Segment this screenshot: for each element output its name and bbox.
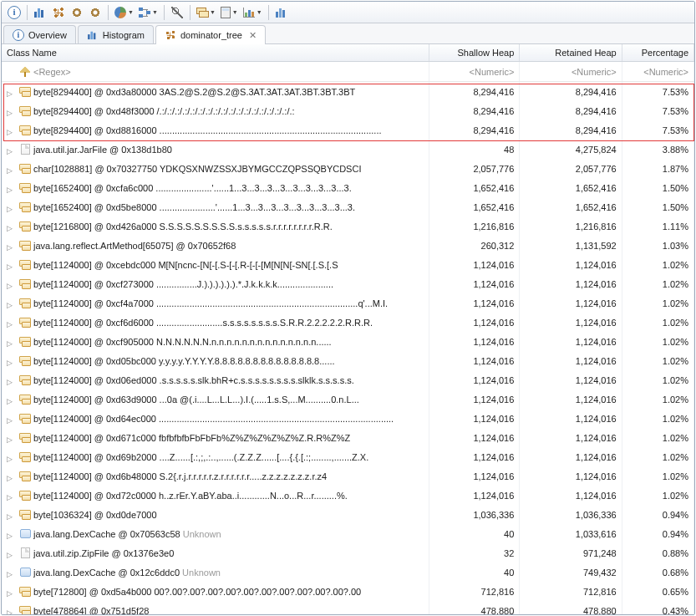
expand-icon[interactable]: [7, 415, 15, 423]
table-row[interactable]: byte[1124000] @ 0xd64ec000 .............…: [2, 409, 694, 428]
tree-button[interactable]: [49, 4, 68, 21]
pie-dropdown[interactable]: ▼: [112, 4, 136, 21]
tab-label: Histogram: [103, 30, 145, 40]
retained-cell: 1,124,016: [520, 370, 622, 389]
retained-cell: 2,057,776: [520, 159, 622, 178]
expand-icon[interactable]: [7, 165, 15, 173]
table-row[interactable]: java.lang.DexCache @ 0x12c6ddc0 Unknown4…: [2, 563, 694, 582]
expand-icon[interactable]: [7, 88, 15, 96]
expand-icon[interactable]: [7, 261, 15, 269]
table-row[interactable]: byte[1124000] @ 0xcf273000 .............…: [2, 274, 694, 293]
compare-button[interactable]: [272, 4, 291, 21]
filter-numeric[interactable]: <Numeric>: [429, 62, 520, 82]
expand-icon[interactable]: [7, 472, 15, 481]
table-row[interactable]: byte[1216800] @ 0xd426a000 S.S.S.S.S.S.S…: [2, 216, 694, 236]
expand-icon[interactable]: [7, 107, 15, 115]
table-row[interactable]: byte[1124000] @ 0xcebdc000 M[N[ncnc-[N[-…: [2, 255, 694, 274]
expand-icon[interactable]: [7, 318, 15, 327]
stack-dropdown[interactable]: ▼: [194, 4, 218, 21]
expand-icon[interactable]: [7, 184, 15, 192]
row-name-text: byte[1216800] @ 0xd426a000 S.S.S.S.S.S.S…: [33, 221, 424, 232]
expand-icon[interactable]: [7, 607, 15, 615]
expand-icon[interactable]: [7, 549, 15, 557]
expand-icon[interactable]: [7, 376, 15, 384]
arr-icon: [18, 163, 32, 175]
close-icon[interactable]: ✕: [249, 30, 257, 41]
expand-icon[interactable]: [7, 491, 15, 500]
arr-icon: [18, 509, 32, 521]
shallow-cell: 1,652,416: [429, 178, 520, 197]
thread-button[interactable]: [68, 4, 86, 21]
table-row[interactable]: byte[1124000] @ 0xd06ed000 .s.s.s.s.s.sl…: [2, 370, 694, 389]
expand-icon[interactable]: [7, 453, 15, 461]
table-row[interactable]: byte[1124000] @ 0xd6b48000 S.2{.r.j.r.r.…: [2, 466, 694, 486]
table-row[interactable]: char[1028881] @ 0x70327750 YDKQSXNWZSSXJ…: [2, 159, 694, 178]
expand-icon[interactable]: [7, 222, 15, 231]
expand-icon[interactable]: [7, 530, 15, 538]
expand-icon[interactable]: [7, 395, 15, 404]
retained-cell: 1,124,016: [520, 428, 622, 447]
tab-dominator-tree[interactable]: dominator_tree ✕: [155, 25, 266, 44]
table-row[interactable]: byte[1124000] @ 0xd69b2000 ....Z......[.…: [2, 447, 694, 466]
shallow-cell: 40: [429, 524, 520, 543]
table-row[interactable]: byte[8294400] @ 0xd48f3000 /.:/.:/.:/.:/…: [2, 101, 694, 120]
expand-icon[interactable]: [7, 568, 15, 577]
info-button[interactable]: i: [5, 4, 23, 21]
table-row[interactable]: byte[1124000] @ 0xd63d9000 ...0a @(.i...…: [2, 389, 694, 409]
retained-cell: 1,124,016: [520, 293, 622, 313]
table-row[interactable]: byte[1124000] @ 0xd72c0000 h..z.rEr.Y.aB…: [2, 486, 694, 505]
table-row[interactable]: byte[712800] @ 0xd5a4b000 00?.00?.00?.00…: [2, 582, 694, 601]
table-row[interactable]: byte[1124000] @ 0xcf4a7000 .............…: [2, 293, 694, 313]
table-row[interactable]: byte[1124000] @ 0xcf905000 N.N.N.N.N.N.n…: [2, 332, 694, 351]
filter-numeric[interactable]: <Numeric>: [622, 62, 693, 82]
col-class-name[interactable]: Class Name: [2, 44, 429, 62]
table-row[interactable]: byte[1652400] @ 0xcfa6c000 .............…: [2, 178, 694, 197]
expand-icon[interactable]: [7, 299, 15, 308]
search-button[interactable]: [168, 4, 186, 21]
retained-cell: 971,248: [520, 543, 622, 563]
table-row[interactable]: byte[1124000] @ 0xd671c000 fbfbfbfbFbFbF…: [2, 428, 694, 447]
col-retained-heap[interactable]: Retained Heap: [520, 44, 622, 62]
histogram-icon: [87, 30, 99, 40]
table-row[interactable]: java.util.jar.JarFile @ 0x138d1b80484,27…: [2, 140, 694, 159]
table-row[interactable]: byte[8294400] @ 0xd8816000 .............…: [2, 120, 694, 140]
percentage-cell: 1.02%: [622, 293, 693, 313]
expand-icon[interactable]: [7, 242, 15, 250]
filter-regex-input[interactable]: <Regex>: [33, 67, 71, 77]
histogram-button[interactable]: [31, 4, 49, 21]
col-percentage[interactable]: Percentage: [622, 44, 693, 62]
col-shallow-heap[interactable]: Shallow Heap: [429, 44, 520, 62]
expand-icon[interactable]: [7, 280, 15, 288]
expand-icon[interactable]: [7, 588, 15, 596]
table-row[interactable]: byte[1124000] @ 0xd05bc000 y.y.y.y.Y.Y.Y…: [2, 351, 694, 370]
retained-cell: 1,033,616: [520, 524, 622, 543]
row-name-text: byte[1124000] @ 0xd05bc000 y.y.y.y.Y.Y.Y…: [33, 356, 424, 366]
expand-icon[interactable]: [7, 126, 15, 135]
row-name-text: java.util.jar.JarFile @ 0x138d1b80: [33, 145, 424, 155]
tab-overview[interactable]: i Overview: [3, 25, 76, 43]
dominator-tree-table[interactable]: Class Name Shallow Heap Retained Heap Pe…: [2, 44, 694, 614]
table-row[interactable]: java.util.zip.ZipFile @ 0x1376e3e032971,…: [2, 543, 694, 563]
table-row[interactable]: java.lang.DexCache @ 0x70563c58 Unknown4…: [2, 524, 694, 543]
gear-button[interactable]: [86, 4, 104, 21]
table-row[interactable]: byte[8294400] @ 0xd3a80000 3AS.2@S.2@S.2…: [2, 82, 694, 102]
table-row[interactable]: java.lang.reflect.ArtMethod[65075] @ 0x7…: [2, 236, 694, 255]
retained-cell: 1,124,016: [520, 409, 622, 428]
filter-row[interactable]: <Regex> <Numeric> <Numeric> <Numeric>: [2, 62, 694, 82]
shallow-cell: 260,312: [429, 236, 520, 255]
table-row[interactable]: byte[1036324] @ 0xd0de70001,036,3361,036…: [2, 505, 694, 524]
calc-dropdown[interactable]: ▼: [218, 4, 241, 21]
expand-icon[interactable]: [7, 357, 15, 365]
flow-dropdown[interactable]: ▼: [136, 4, 160, 21]
table-row[interactable]: byte[1652400] @ 0xd5be8000 .............…: [2, 197, 694, 216]
tab-histogram[interactable]: Histogram: [78, 25, 154, 43]
expand-icon[interactable]: [7, 145, 15, 154]
table-row[interactable]: byte[1124000] @ 0xcf6d6000 .............…: [2, 313, 694, 332]
expand-icon[interactable]: [7, 203, 15, 211]
expand-icon[interactable]: [7, 511, 15, 519]
expand-icon[interactable]: [7, 338, 15, 346]
chart-dropdown[interactable]: ▼: [241, 4, 265, 21]
filter-numeric[interactable]: <Numeric>: [520, 62, 622, 82]
expand-icon[interactable]: [7, 434, 15, 442]
table-row[interactable]: byte[478864] @ 0x751d5f28478,880478,8800…: [2, 601, 694, 614]
